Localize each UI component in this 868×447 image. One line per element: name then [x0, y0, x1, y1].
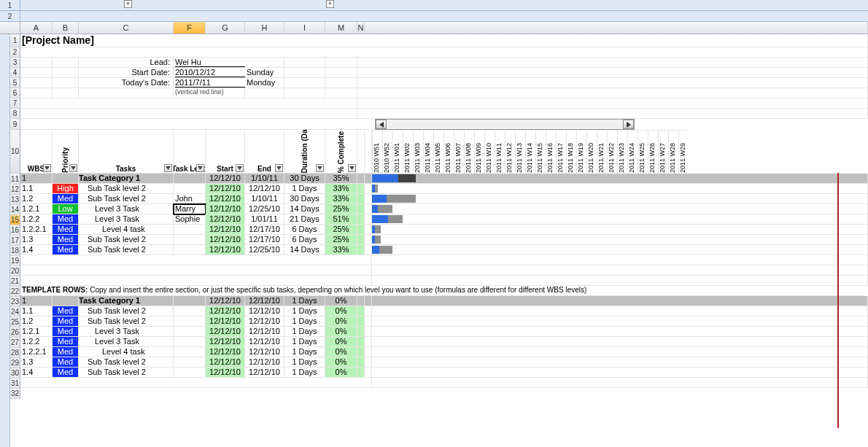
pct-cell[interactable]: 33% [325, 245, 357, 255]
select-all-corner[interactable] [0, 22, 20, 34]
col-header[interactable]: I [284, 22, 325, 34]
row-group-gutter[interactable] [0, 34, 10, 447]
wbs-cell[interactable]: 1 [20, 296, 53, 306]
scroll-right-icon[interactable] [623, 120, 634, 129]
pct-cell[interactable]: 33% [325, 194, 357, 204]
tasklead-cell[interactable]: John [174, 194, 206, 204]
hdr-tasklead[interactable]: Task Lead [174, 130, 206, 174]
duration-cell[interactable]: 6 Days [284, 225, 325, 235]
tasklead-cell[interactable] [174, 296, 206, 306]
task-cell[interactable]: Sub Task level 2 [79, 194, 174, 204]
row-header[interactable]: 9 [10, 119, 20, 130]
filter-dropdown-icon[interactable] [69, 164, 77, 172]
end-cell[interactable]: 12/12/10 [245, 347, 284, 357]
filter-dropdown-icon[interactable] [275, 164, 283, 172]
row-header[interactable]: 12 [10, 184, 20, 195]
start-cell[interactable]: 12/12/10 [206, 184, 245, 194]
row-header[interactable]: 29 [10, 358, 20, 368]
task-cell[interactable]: Task Category 1 [79, 174, 174, 184]
task-cell[interactable]: Level 4 task [79, 347, 174, 357]
hdr-tasks[interactable]: Tasks [79, 130, 174, 174]
start-cell[interactable]: 12/12/10 [206, 296, 245, 306]
hdr-complete[interactable]: % Complete [325, 130, 357, 174]
pct-cell[interactable]: 0% [325, 347, 357, 357]
col-header[interactable]: H [245, 22, 284, 34]
wbs-cell[interactable]: 1 [20, 174, 53, 184]
pct-cell[interactable]: 25% [325, 225, 357, 235]
hdr-priority[interactable]: Priority [53, 130, 79, 174]
wbs-cell[interactable]: 1.2 [20, 194, 53, 204]
tasklead-cell[interactable] [174, 337, 206, 347]
col-header[interactable]: G [206, 22, 245, 34]
hdr-end[interactable]: End [245, 130, 284, 174]
wbs-cell[interactable]: 1.4 [20, 368, 53, 378]
task-cell[interactable]: Sub Task level 2 [79, 245, 174, 255]
priority-cell[interactable]: Med [53, 337, 79, 347]
filter-dropdown-icon[interactable] [164, 164, 172, 172]
duration-cell[interactable]: 1 Days [284, 296, 325, 306]
end-cell[interactable]: 12/17/10 [245, 235, 284, 245]
task-cell[interactable]: Level 3 Task [79, 204, 174, 214]
row-header[interactable]: 15 [10, 215, 20, 225]
priority-cell[interactable]: Med [53, 306, 79, 316]
task-cell[interactable]: Sub Task level 2 [79, 184, 174, 194]
priority-cell[interactable]: Med [53, 316, 79, 327]
wbs-cell[interactable]: 1.2.2.1 [20, 225, 53, 235]
end-cell[interactable]: 12/12/10 [245, 316, 284, 327]
task-cell[interactable]: Level 3 Task [79, 327, 174, 337]
end-cell[interactable]: 12/12/10 [245, 296, 284, 306]
end-cell[interactable]: 12/17/10 [245, 225, 284, 235]
row-header[interactable]: 14 [10, 205, 20, 215]
priority-cell[interactable]: Med [53, 368, 79, 378]
pct-cell[interactable]: 0% [325, 327, 357, 337]
priority-cell[interactable]: Med [53, 357, 79, 368]
wbs-cell[interactable]: 1.3 [20, 357, 53, 368]
wbs-cell[interactable]: 1.2.2.1 [20, 347, 53, 357]
duration-cell[interactable]: 30 Days [284, 174, 325, 184]
end-cell[interactable]: 12/12/10 [245, 337, 284, 347]
row-header[interactable]: 16 [10, 225, 20, 236]
end-cell[interactable]: 12/12/10 [245, 327, 284, 337]
hdr-start[interactable]: Start [206, 130, 245, 174]
tasklead-cell[interactable] [174, 347, 206, 357]
col-header[interactable]: N [357, 22, 365, 34]
expand-icon[interactable]: + [124, 0, 132, 8]
wbs-cell[interactable]: 1.4 [20, 245, 53, 255]
start-cell[interactable]: 12/12/10 [206, 235, 245, 245]
row-header[interactable]: 3 [10, 58, 20, 68]
start-cell[interactable]: 12/12/10 [206, 245, 245, 255]
duration-cell[interactable]: 1 Days [284, 337, 325, 347]
duration-cell[interactable]: 6 Days [284, 235, 325, 245]
col-header[interactable]: M [325, 22, 357, 34]
start-cell[interactable]: 12/12/10 [206, 316, 245, 327]
row-header[interactable]: 1 [10, 34, 20, 47]
row-header[interactable]: 11 [10, 174, 20, 184]
filter-dropdown-icon[interactable] [236, 164, 244, 172]
priority-cell[interactable] [53, 296, 79, 306]
duration-cell[interactable]: 1 Days [284, 306, 325, 316]
start-cell[interactable]: 12/12/10 [206, 214, 245, 225]
row-headers[interactable]: 1234567891011121314151617181920212223242… [10, 34, 20, 399]
col-group-level-1[interactable]: 1 [0, 0, 20, 11]
filter-dropdown-icon[interactable] [196, 164, 204, 172]
row-header[interactable]: 22 [10, 287, 20, 297]
row-header[interactable]: 32 [10, 389, 20, 399]
wbs-cell[interactable]: 1.3 [20, 235, 53, 245]
end-cell[interactable]: 12/12/10 [245, 184, 284, 194]
task-cell[interactable]: Sub Task level 2 [79, 306, 174, 316]
tasklead-cell[interactable] [174, 184, 206, 194]
wbs-cell[interactable]: 1.1 [20, 306, 53, 316]
end-cell[interactable]: 12/12/10 [245, 306, 284, 316]
row-header[interactable]: 10 [10, 130, 20, 174]
col-group-level-2[interactable]: 2 [0, 11, 20, 22]
col-header-active[interactable]: F [174, 22, 206, 34]
tasklead-cell[interactable]: Marry [174, 204, 206, 214]
scroll-left-icon[interactable] [376, 120, 387, 129]
row-header[interactable]: 25 [10, 317, 20, 327]
start-cell[interactable]: 12/12/10 [206, 306, 245, 316]
priority-cell[interactable]: Med [53, 214, 79, 225]
row-header[interactable]: 18 [10, 246, 20, 256]
row-header[interactable]: 5 [10, 78, 20, 88]
end-cell[interactable]: 1/10/11 [245, 174, 284, 184]
row-header[interactable]: 4 [10, 68, 20, 78]
